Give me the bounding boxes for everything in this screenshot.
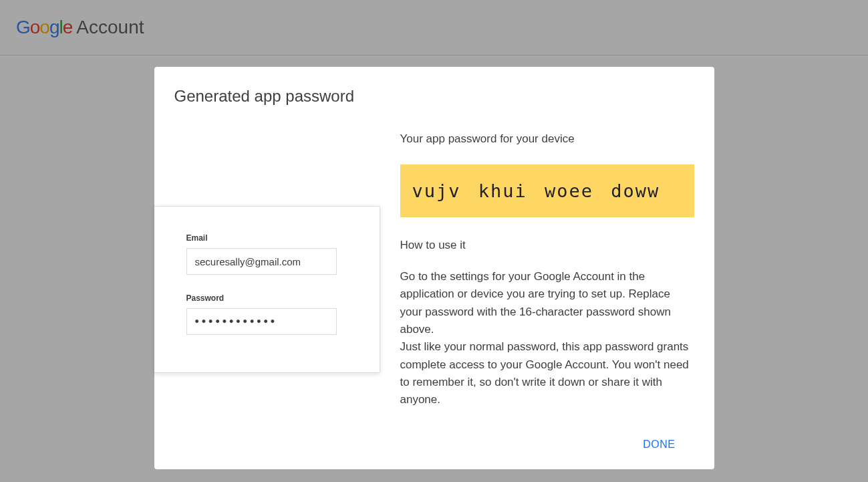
demo-card: Email securesally@gmail.com Password •••… <box>154 206 380 373</box>
instructions-p2: Just like your normal password, this app… <box>400 340 689 406</box>
demo-password-field: •••••••••••• <box>186 308 337 335</box>
app-password-modal: Generated app password Email securesally… <box>154 67 714 469</box>
modal-title: Generated app password <box>154 87 694 106</box>
how-to-heading: How to use it <box>400 239 694 252</box>
generated-password[interactable]: vujv khui woee doww <box>400 164 694 217</box>
demo-panel: Email securesally@gmail.com Password •••… <box>154 206 380 409</box>
modal-footer: DONE <box>154 433 694 456</box>
instructions-text: Go to the settings for your Google Accou… <box>400 268 694 409</box>
email-label: Email <box>186 233 347 243</box>
password-label: Password <box>186 293 347 303</box>
demo-email-field: securesally@gmail.com <box>186 248 337 275</box>
instructions-panel: Your app password for your device vujv k… <box>400 132 694 409</box>
device-heading: Your app password for your device <box>400 132 694 146</box>
modal-overlay: Generated app password Email securesally… <box>0 0 868 482</box>
instructions-p1: Go to the settings for your Google Accou… <box>400 270 671 336</box>
done-button[interactable]: DONE <box>635 433 683 456</box>
